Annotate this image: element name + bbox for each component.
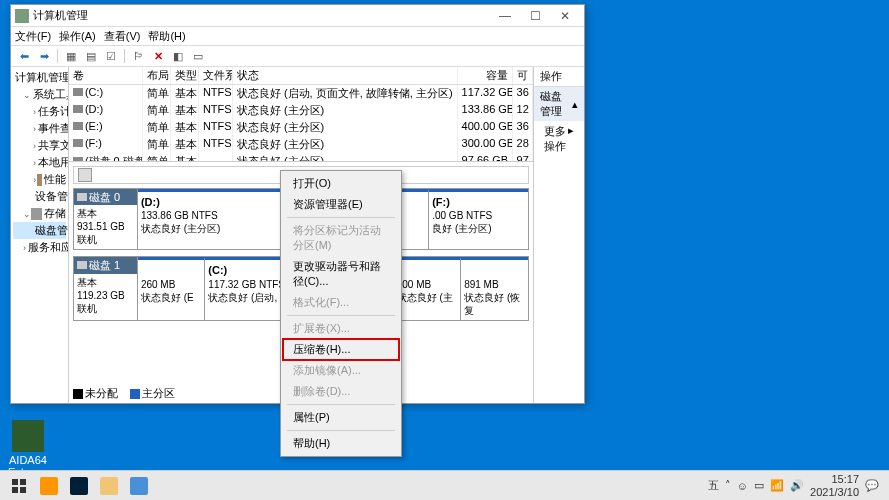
menu-extend: 扩展卷(X)...: [283, 318, 399, 339]
tray-wifi-icon[interactable]: 📶: [770, 479, 784, 492]
col-volume[interactable]: 卷: [69, 67, 143, 84]
tree-device-manager[interactable]: 设备管理器: [13, 188, 66, 205]
tree-disk-management[interactable]: 磁盘管理: [13, 222, 66, 239]
tb-icon-5[interactable]: ◧: [169, 47, 187, 65]
clock-date: 2021/3/10: [810, 486, 859, 498]
tb-icon-1[interactable]: ▦: [62, 47, 80, 65]
volume-row[interactable]: (E:)简单基本NTFS状态良好 (主分区)400.00 GB36: [69, 119, 533, 136]
volume-row[interactable]: (F:)简单基本NTFS状态良好 (主分区)300.00 GB28: [69, 136, 533, 153]
tray-volume-icon[interactable]: 🔊: [790, 479, 804, 492]
menu-shrink[interactable]: 压缩卷(H)...: [282, 338, 400, 361]
taskbar-clock[interactable]: 15:17 2021/3/10: [810, 473, 859, 497]
disk-info[interactable]: 磁盘 0基本931.51 GB联机: [74, 189, 138, 249]
tree-event-viewer[interactable]: ›事件查看器: [13, 120, 66, 137]
minimize-button[interactable]: —: [490, 7, 520, 25]
volume-row[interactable]: (D:)简单基本NTFS状态良好 (主分区)133.86 GB12: [69, 102, 533, 119]
actions-header: 操作: [534, 67, 584, 87]
menu-help[interactable]: 帮助(H): [148, 29, 185, 44]
col-capacity[interactable]: 容量: [458, 67, 513, 84]
menu-add-mirror: 添加镜像(A)...: [283, 360, 399, 381]
menu-delete: 删除卷(D)...: [283, 381, 399, 402]
navigation-tree[interactable]: 计算机管理(本地) ⌄系统工具 ›任务计划程序 ›事件查看器 ›共享文件夹 ›本…: [11, 67, 69, 403]
context-menu: 打开(O) 资源管理器(E) 将分区标记为活动分区(M) 更改驱动器号和路径(C…: [280, 170, 402, 457]
taskbar: 五 ˄ ☺ ▭ 📶 🔊 15:17 2021/3/10 💬: [0, 470, 889, 500]
window-title: 计算机管理: [33, 8, 490, 23]
tray-ime-icon[interactable]: ☺: [737, 480, 748, 492]
tb-icon-delete[interactable]: ✕: [149, 47, 167, 65]
tray-day[interactable]: 五: [708, 478, 719, 493]
tree-storage[interactable]: ⌄存储: [13, 205, 66, 222]
partition[interactable]: 800 MB状态良好 (主: [394, 257, 461, 319]
tree-services[interactable]: ›服务和应用程序: [13, 239, 66, 256]
col-fs[interactable]: 文件系统: [199, 67, 233, 84]
tree-performance[interactable]: ›性能: [13, 171, 66, 188]
chevron-right-icon: ▸: [568, 124, 574, 154]
aida64-icon: [12, 420, 44, 452]
actions-pane: 操作 磁盘管理▴ 更多操作▸: [534, 67, 584, 403]
menu-properties[interactable]: 属性(P): [283, 407, 399, 428]
start-button[interactable]: [4, 474, 34, 498]
clock-time: 15:17: [810, 473, 859, 485]
menu-mark-active: 将分区标记为活动分区(M): [283, 220, 399, 256]
tree-task-scheduler[interactable]: ›任务计划程序: [13, 103, 66, 120]
toolbar: ⬅ ➡ ▦ ▤ ☑ 🏳 ✕ ◧ ▭: [11, 45, 584, 67]
menu-file[interactable]: 文件(F): [15, 29, 51, 44]
menu-format: 格式化(F)...: [283, 292, 399, 313]
partition[interactable]: 891 MB状态良好 (恢复: [461, 257, 527, 319]
col-status[interactable]: 状态: [233, 67, 458, 84]
taskbar-app-photoshop[interactable]: [65, 474, 93, 498]
col-layout[interactable]: 布局: [143, 67, 171, 84]
titlebar[interactable]: 计算机管理 — ☐ ✕: [11, 5, 584, 27]
menu-help[interactable]: 帮助(H): [283, 433, 399, 454]
actions-more[interactable]: 更多操作▸: [534, 121, 584, 157]
col-type[interactable]: 类型: [171, 67, 199, 84]
back-button[interactable]: ⬅: [15, 47, 33, 65]
collapse-icon: ▴: [572, 98, 578, 111]
tb-icon-2[interactable]: ▤: [82, 47, 100, 65]
tree-shared-folders[interactable]: ›共享文件夹: [13, 137, 66, 154]
tb-icon-3[interactable]: ☑: [102, 47, 120, 65]
legend: 未分配 主分区: [73, 386, 175, 401]
partition[interactable]: 260 MB状态良好 (E: [138, 257, 205, 319]
tray-notifications-icon[interactable]: 💬: [865, 479, 879, 492]
tray-battery-icon[interactable]: ▭: [754, 479, 764, 492]
volume-row[interactable]: (C:)简单基本NTFS状态良好 (启动, 页面文件, 故障转储, 主分区)11…: [69, 85, 533, 102]
menu-change-letter[interactable]: 更改驱动器号和路径(C)...: [283, 256, 399, 292]
tree-local-users[interactable]: ›本地用户和组: [13, 154, 66, 171]
menu-action[interactable]: 操作(A): [59, 29, 96, 44]
system-tray: 五 ˄ ☺ ▭ 📶 🔊 15:17 2021/3/10 💬: [708, 473, 885, 497]
close-button[interactable]: ✕: [550, 7, 580, 25]
taskbar-app-download[interactable]: [125, 474, 153, 498]
menubar: 文件(F) 操作(A) 查看(V) 帮助(H): [11, 27, 584, 45]
tray-up-icon[interactable]: ˄: [725, 479, 731, 492]
menu-explorer[interactable]: 资源管理器(E): [283, 194, 399, 215]
maximize-button[interactable]: ☐: [520, 7, 550, 25]
tree-system-tools[interactable]: ⌄系统工具: [13, 86, 66, 103]
col-free[interactable]: 可: [513, 67, 533, 84]
menu-open[interactable]: 打开(O): [283, 173, 399, 194]
app-icon: [15, 9, 29, 23]
volume-header: 卷 布局 类型 文件系统 状态 容量 可: [69, 67, 533, 85]
disk-info[interactable]: 磁盘 1基本119.23 GB联机: [74, 257, 138, 319]
partition[interactable]: (F:).00 GB NTFS良好 (主分区): [429, 189, 527, 249]
tb-icon-6[interactable]: ▭: [189, 47, 207, 65]
tree-root[interactable]: 计算机管理(本地): [13, 69, 66, 86]
actions-subheader[interactable]: 磁盘管理▴: [534, 87, 584, 121]
taskbar-app-explorer[interactable]: [95, 474, 123, 498]
menu-view[interactable]: 查看(V): [104, 29, 141, 44]
forward-button[interactable]: ➡: [35, 47, 53, 65]
volume-list[interactable]: 卷 布局 类型 文件系统 状态 容量 可 (C:)简单基本NTFS状态良好 (启…: [69, 67, 533, 162]
tb-icon-4[interactable]: 🏳: [129, 47, 147, 65]
taskbar-app-firefox[interactable]: [35, 474, 63, 498]
volume-row[interactable]: (磁盘 0 磁盘分区 4)简单基本状态良好 (主分区)97.66 GB97: [69, 153, 533, 162]
disk-type-icon[interactable]: [78, 168, 92, 182]
